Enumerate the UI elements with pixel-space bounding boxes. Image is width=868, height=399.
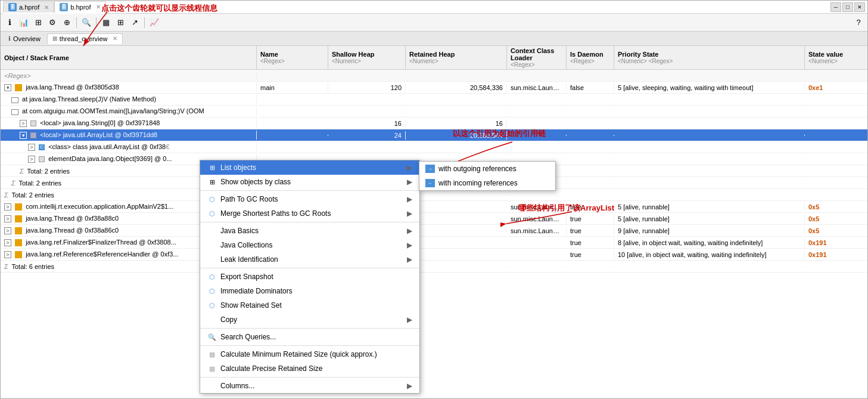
local1-stateval [805,123,867,124]
bar-chart-btn[interactable]: 📈 [148,16,161,29]
thread5-daemon: true [567,239,614,247]
table-btn[interactable]: ▦ [99,16,113,29]
total-main-stateval [805,266,867,267]
expand-local1[interactable]: > [20,120,27,127]
element1-daemon [567,159,614,160]
table-row: <Regex> [1,70,867,82]
tab-bar: 🗄 a.hprof ✕ 🗄 b.hprof ✕ [3,1,106,14]
menu-java-collections[interactable]: Java Collections ▶ [200,238,419,252]
tab-b-close[interactable]: ✕ [96,4,101,10]
filter-state-val [805,75,867,76]
grid-btn[interactable]: ⊞ [32,16,45,29]
expand-thread3[interactable]: > [4,215,11,222]
menu-list-objects-label: List objects [220,163,256,172]
submenu-outgoing[interactable]: → with outgoing references [419,162,555,176]
expand-element1[interactable]: > [28,156,35,163]
merge-btn[interactable]: ⊞ [114,16,127,29]
sigma-icon-1: Σ [20,168,24,175]
expand-thread2[interactable]: > [4,203,11,211]
menu-list-objects[interactable]: ⊞ List objects ▶ [200,160,419,175]
thread4-state: 9 [alive, runnable] [614,227,805,235]
expand-local2[interactable]: ▾ [20,132,27,139]
table-row[interactable]: > java.lang.ref.Finalizer$FinalizerThrea… [1,237,867,249]
maximize-btn[interactable]: □ [842,2,853,12]
menu-columns[interactable]: Columns... ▶ [200,379,419,393]
calc-precise-icon: ▦ [207,364,217,373]
table-row[interactable]: > java.lang.Thread @ 0xf38a88c0 116 sun.… [1,213,867,225]
menu-immediate-dom[interactable]: ⬡ Immediate Dominators [200,284,419,298]
filter-shallow [328,75,406,76]
thread-icon-3 [15,215,22,222]
expand-thread6[interactable]: > [4,251,11,258]
immediate-dom-icon: ⬡ [207,286,217,296]
tab-b-hprof[interactable]: 🗄 b.hprof ✕ [54,1,105,13]
thread3-daemon: true [567,215,614,223]
tab-thread-overview[interactable]: ⊞ thread_overview ✕ [47,33,123,44]
chart-btn[interactable]: 📊 [17,16,30,29]
toolbar-sep-1 [76,17,77,28]
expand-thread1[interactable]: ▾ [4,84,11,91]
menu-calc-min[interactable]: ▦ Calculate Minimum Retained Size (quick… [200,347,419,361]
local-icon-1 [30,120,36,126]
help-btn[interactable]: ? [852,16,865,29]
menu-search[interactable]: 🔍 Search Queries... [200,330,419,344]
table-body: <Regex> ▾ java.lang.Thread @ 0xf3805d38 … [1,70,867,398]
zoom-btn[interactable]: ↗ [128,16,141,29]
show-retained-icon: ⬡ [207,301,217,310]
tab-a-close[interactable]: ✕ [44,4,49,11]
close-btn[interactable]: ✕ [854,2,865,12]
sigma-icon-main: Σ [4,263,8,270]
table-row[interactable]: ▾ <local> java.util.ArrayList @ 0xf3971d… [1,129,867,141]
menu-show-retained[interactable]: ⬡ Show Retained Set [200,298,419,313]
stack1-state [614,99,805,100]
local2-name [257,135,328,136]
tab-overview[interactable]: ℹ Overview [3,33,46,44]
stack2-retained [406,111,507,112]
table-row[interactable]: > com.intellij.rt.execution.application.… [1,201,867,213]
leak-id-icon [207,255,217,264]
sigma-icon-2: Σ [11,180,15,187]
menu-calc-precise[interactable]: ▦ Calculate Precise Retained Size [200,361,419,376]
table-row[interactable]: > <local> java.lang.String[0] @ 0xf39718… [1,117,867,129]
menu-java-collections-label: Java Collections [220,241,272,249]
thread-icon-4 [15,227,22,234]
export-icon: ⬡ [207,272,217,282]
expand-thread4[interactable]: > [4,227,11,234]
expand-class1[interactable]: > [28,144,35,151]
java-collections-arrow: ▶ [407,241,412,249]
menu-merge-shortest[interactable]: ⬡ Merge Shortest Paths to GC Roots ▶ [200,206,419,221]
class1-name [257,147,328,148]
info-btn[interactable]: ℹ [3,16,16,29]
table-row[interactable]: > java.lang.Thread @ 0xf38a86c0 256 sun.… [1,225,867,237]
menu-show-by-class[interactable]: ⊞ Show objects by class ▶ [200,175,419,189]
col-context: Context Class Loader <Regex> [507,46,567,69]
thread-overview-close[interactable]: ✕ [113,35,117,42]
path-gc-arrow: ▶ [407,195,412,203]
db-icon-b: 🗄 [60,3,68,11]
settings-btn[interactable]: ⚙ [46,16,59,29]
menu-path-gc[interactable]: ⬡ Path To GC Roots ▶ [200,192,419,206]
show-by-class-icon: ⊞ [207,177,217,187]
table-row[interactable]: > java.lang.ref.Reference$ReferenceHandl… [1,249,867,261]
thread1-daemon: false [567,83,614,92]
copy-icon [207,315,217,324]
search-btn[interactable]: 🔍 [80,16,93,29]
expand-thread5[interactable]: > [4,239,11,246]
submenu-incoming[interactable]: ← with incoming references [419,176,555,190]
menu-java-basics[interactable]: Java Basics ▶ [200,224,419,238]
local-icon-2 [30,132,36,138]
minimize-btn[interactable]: ─ [830,2,841,12]
total-main-retained [406,266,507,267]
tab-a-hprof[interactable]: 🗄 a.hprof ✕ [3,1,54,13]
menu-leak-id[interactable]: Leak Identification ▶ [200,252,419,267]
menu-export[interactable]: ⬡ Export Snapshot [200,270,419,284]
expand-btn[interactable]: ⊕ [60,16,73,29]
menu-copy[interactable]: Copy ▶ [200,313,419,327]
java-basics-arrow: ▶ [407,227,412,235]
table-row[interactable]: > C <class> class java.util.ArrayList @ … [1,141,867,153]
filter-context [507,75,567,76]
thread6-state: 10 [alive, in object wait, waiting, wait… [614,250,805,259]
table-row: Σ Total: 6 entries 256 [1,261,867,273]
total-main-state [614,266,805,267]
table-row[interactable]: ▾ java.lang.Thread @ 0xf3805d38 main 120… [1,82,867,94]
